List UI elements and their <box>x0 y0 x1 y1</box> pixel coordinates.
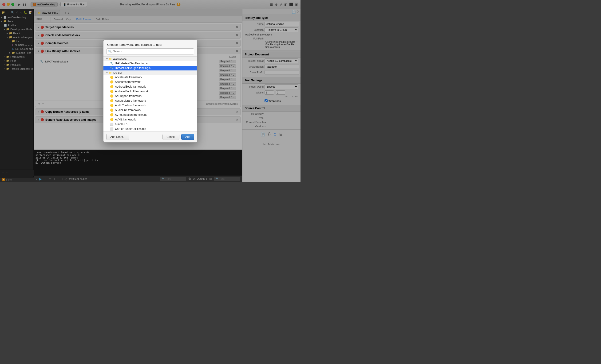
item-label: AVFoundation.framework <box>115 113 147 116</box>
modal-search-container: 🔍 <box>106 48 194 55</box>
fw-icon: 🟡 <box>110 113 114 116</box>
workspace-label: Workspace <box>113 57 127 60</box>
modal-footer: Add Other... Cancel Add <box>103 132 197 142</box>
add-other-button[interactable]: Add Other... <box>106 134 129 140</box>
modal-group-ios: ▾ 📁 iOS 9.3 <box>103 70 197 75</box>
modal-search-icon: 🔍 <box>108 50 112 53</box>
item-label: Accelerate.framework <box>115 76 142 79</box>
add-button[interactable]: Add <box>181 134 194 140</box>
item-label: libPods-testGeoFending.a <box>115 62 148 65</box>
fw-icon: 🟡 <box>110 118 114 121</box>
item-label: CarrierBundleUtilities.tbd <box>115 127 146 131</box>
modal-item-libreact[interactable]: 🔧 libreact-native-geo-fencing.a <box>103 66 197 70</box>
lib-icon: 🔧 <box>110 62 114 65</box>
modal-item-adsupport[interactable]: 🟡 AdSupport.framework <box>103 94 197 98</box>
fw-icon: ⬜ <box>110 123 114 126</box>
modal-overlay: Choose frameworks and libraries to add: … <box>0 0 300 182</box>
item-label: AudioToolbox.framework <box>115 104 146 107</box>
item-label: AddressBookUI.framework <box>115 90 149 93</box>
item-label: libreact-native-geo-fencing.a <box>115 67 150 70</box>
ios-expand-icon: ▾ <box>106 71 108 74</box>
modal-item-assetslibrary[interactable]: 🟡 AssetsLibrary.framework <box>103 98 197 103</box>
fw-icon: 🟡 <box>110 76 114 79</box>
fw-icon: 🟡 <box>110 85 114 88</box>
item-label: AdSupport.framework <box>115 94 142 98</box>
ios-folder-icon: 📁 <box>109 71 112 74</box>
item-label: AudioUnit.framework <box>115 108 141 112</box>
modal-item-accounts[interactable]: 🟡 Accounts.framework <box>103 80 197 84</box>
modal-title: Choose frameworks and libraries to add: <box>103 40 197 48</box>
workspace-expand-icon: ▾ <box>106 57 108 60</box>
modal-item-bundle1[interactable]: ⬜ bundle1.o <box>103 122 197 127</box>
modal-item-carrierbundle[interactable]: ⬜ CarrierBundleUtilities.tbd <box>103 127 197 131</box>
modal-item-avfoundation[interactable]: 🟡 AVFoundation.framework <box>103 113 197 117</box>
fw-icon: ⬜ <box>110 127 114 131</box>
item-label: AddressBook.framework <box>115 85 146 88</box>
modal-item-audiounit[interactable]: 🟡 AudioUnit.framework <box>103 108 197 113</box>
item-label: AssetsLibrary.framework <box>115 99 146 102</box>
workspace-folder-icon: 📁 <box>109 57 112 60</box>
fw-icon: 🟡 <box>110 108 114 112</box>
modal-list: ▾ 📁 Workspace 🔧 libPods-testGeoFending.a… <box>103 56 197 132</box>
fw-icon: 🟡 <box>110 99 114 102</box>
item-label: Accounts.framework <box>115 80 140 84</box>
fw-icon: 🟡 <box>110 104 114 107</box>
modal-item-addressbookui[interactable]: 🟡 AddressBookUI.framework <box>103 89 197 94</box>
modal-group-workspace: ▾ 📁 Workspace <box>103 57 197 61</box>
fw-icon: 🟡 <box>110 80 114 84</box>
modal-item-avkit[interactable]: 🟡 AVKit.framework <box>103 117 197 122</box>
item-label: bundle1.o <box>115 123 127 126</box>
modal-item-accelerate[interactable]: 🟡 Accelerate.framework <box>103 75 197 80</box>
modal-item-libpods[interactable]: 🔧 libPods-testGeoFending.a <box>103 61 197 66</box>
cancel-button[interactable]: Cancel <box>162 134 179 140</box>
fw-icon: 🟡 <box>110 90 114 93</box>
item-label: AVKit.framework <box>115 118 136 121</box>
lib-icon: 🔧 <box>110 67 114 70</box>
modal-search-input[interactable] <box>106 48 194 55</box>
ios-label: iOS 9.3 <box>113 71 121 74</box>
modal-item-audiotoolbox[interactable]: 🟡 AudioToolbox.framework <box>103 103 197 108</box>
framework-picker-modal: Choose frameworks and libraries to add: … <box>103 39 197 143</box>
fw-icon: 🟡 <box>110 94 114 98</box>
modal-item-addressbook[interactable]: 🟡 AddressBook.framework <box>103 84 197 89</box>
